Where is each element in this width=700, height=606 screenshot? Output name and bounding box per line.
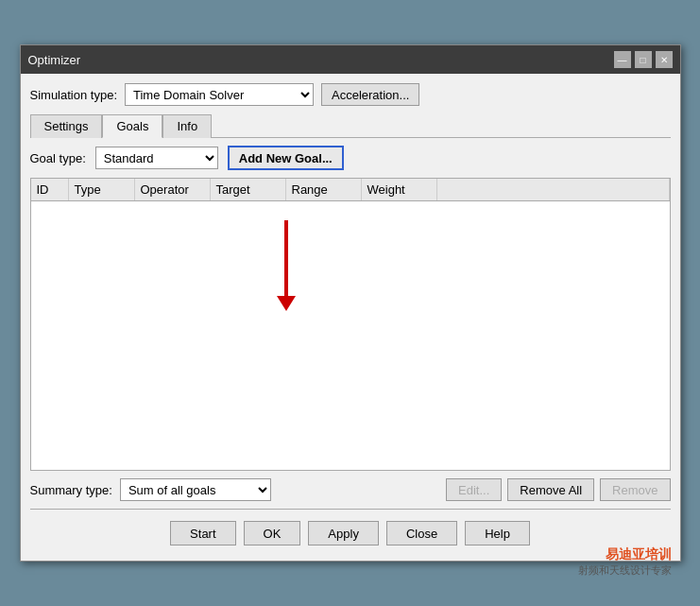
apply-button[interactable]: Apply [308,521,379,545]
table-header: ID Type Operator Target Range Weight [31,179,670,201]
goal-type-select[interactable]: Standard [95,147,218,169]
remove-button[interactable]: Remove [600,478,670,501]
table-body [31,201,670,447]
window-content: Simulation type: Time Domain Solver Acce… [21,74,680,561]
col-id: ID [31,179,69,200]
watermark-line2: 射频和天线设计专家 [578,563,672,578]
tabs-row: Settings Goals Info [30,113,671,138]
summary-row: Summary type: Sum of all goals Maximum o… [30,478,671,501]
col-range: Range [286,179,362,200]
goals-table-container: ID Type Operator Target Range Weight [30,178,671,471]
start-button[interactable]: Start [170,521,235,545]
title-bar: Optimizer — □ ✕ [21,45,680,74]
col-scrollbar-space [437,179,670,200]
optimizer-window: Optimizer — □ ✕ Simulation type: Time Do… [20,44,681,562]
help-button[interactable]: Help [465,521,530,545]
acceleration-button[interactable]: Acceleration... [321,83,419,106]
col-target: Target [211,179,286,200]
tab-goals[interactable]: Goals [102,114,162,138]
sim-type-select[interactable]: Time Domain Solver [125,83,314,106]
col-operator: Operator [135,179,211,200]
simulation-type-row: Simulation type: Time Domain Solver Acce… [30,83,671,106]
goal-type-label: Goal type: [30,151,86,165]
window-title: Optimizer [28,53,81,67]
goal-type-row: Goal type: Standard Add New Goal... [30,146,671,170]
arrow-line [284,220,288,296]
close-button[interactable]: ✕ [656,51,673,68]
tab-settings[interactable]: Settings [30,114,103,138]
bottom-buttons-row: Start OK Apply Close Help [30,513,671,551]
summary-action-buttons: Edit... Remove All Remove [446,478,670,501]
add-new-goal-button[interactable]: Add New Goal... [228,146,344,170]
col-type: Type [69,179,135,200]
summary-type-label: Summary type: [30,483,112,497]
col-weight: Weight [362,179,437,200]
red-arrow-indicator [277,220,296,311]
bottom-divider [30,509,671,510]
title-bar-controls: — □ ✕ [614,51,673,68]
tab-info[interactable]: Info [162,114,212,138]
sim-type-label: Simulation type: [30,88,118,102]
edit-button[interactable]: Edit... [446,478,502,501]
remove-all-button[interactable]: Remove All [507,478,594,501]
minimize-button[interactable]: — [614,51,631,68]
arrow-head [277,296,296,311]
summary-type-select[interactable]: Sum of all goals Maximum of all goals [120,478,271,501]
ok-button[interactable]: OK [244,521,301,545]
close-button-bottom[interactable]: Close [386,521,457,545]
maximize-button[interactable]: □ [635,51,652,68]
